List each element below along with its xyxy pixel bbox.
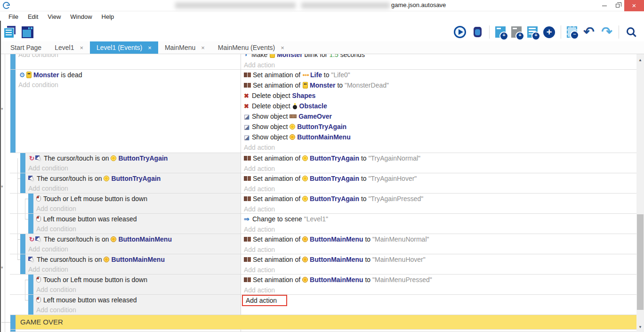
object-name: ButtonMainMenu — [111, 256, 165, 263]
tab-mainmenu[interactable]: MainMenu× — [158, 41, 211, 54]
restore-button[interactable] — [611, 0, 624, 11]
comment-text[interactable]: GAME OVER — [16, 315, 63, 329]
add-action-button[interactable]: Add action — [244, 204, 636, 213]
play-icon[interactable] — [454, 26, 466, 38]
add-condition-button[interactable]: Add condition — [28, 265, 241, 275]
minimize-button[interactable] — [598, 0, 611, 11]
menu-item-file[interactable]: File — [4, 11, 23, 23]
collapse-arrow-icon[interactable]: ▾ — [1, 266, 3, 270]
condition-line[interactable]: Touch or Left mouse button is down — [36, 194, 241, 204]
action-line[interactable]: Set animation of ButtonTryAgain to "TryA… — [244, 173, 636, 184]
action-line[interactable]: ◪Show object ButtonMainMenu — [244, 132, 636, 142]
add-plus-icon[interactable] — [543, 26, 555, 38]
event-row: ↻The cursor/touch is on ButtonTryAgainAd… — [0, 153, 636, 173]
debug-icon[interactable] — [474, 27, 482, 37]
action-line[interactable]: ⇒Change to scene "Level1" — [244, 214, 636, 224]
event-bar[interactable] — [10, 330, 16, 332]
collapse-arrow-icon[interactable]: ▾ — [1, 185, 3, 189]
add-action-button[interactable]: Add action — [244, 285, 636, 294]
add-action-button[interactable]: Add action — [244, 224, 636, 234]
scrollbar-thumb[interactable] — [637, 214, 644, 310]
tab-start-page[interactable]: Start Page — [4, 41, 48, 54]
add-action-button[interactable]: Add action — [244, 163, 636, 173]
project-window-icon[interactable] — [22, 26, 33, 38]
window-title: game.json.autosave — [391, 1, 446, 8]
add-action-button[interactable]: Add action — [244, 184, 636, 193]
add-action-button[interactable]: Add action — [244, 244, 636, 254]
condition-line[interactable]: Left mouse button was released — [36, 214, 241, 224]
search-icon[interactable] — [627, 27, 635, 35]
text-segment: Delete object — [252, 102, 292, 110]
collapse-arrow-icon[interactable]: ▾ — [1, 107, 3, 111]
tab-level1[interactable]: Level1× — [48, 41, 90, 54]
set-animation-icon — [244, 257, 251, 262]
action-line[interactable]: ✖Delete object Shapes — [244, 90, 636, 101]
condition-line[interactable]: ↻The cursor/touch is on ButtonTryAgain — [28, 153, 241, 163]
menu-item-help[interactable]: Help — [97, 11, 119, 23]
add-condition-button[interactable]: Add condition — [28, 184, 241, 194]
tab-mainmenu-events-[interactable]: MainMenu (Events)× — [211, 41, 291, 54]
action-line[interactable]: ◪Show object GameOver — [244, 111, 636, 121]
add-subevent-icon[interactable] — [511, 26, 522, 38]
menu-bar: FileEditViewWindowHelp — [0, 11, 644, 23]
add-condition-button[interactable]: Add condition — [36, 305, 241, 315]
add-condition-label: Add condition — [28, 245, 68, 253]
scene-list-icon[interactable] — [4, 26, 16, 38]
add-condition-button[interactable]: Add condition — [18, 80, 241, 90]
tab-close-icon[interactable]: × — [80, 45, 83, 51]
tab-level1-events-[interactable]: Level1 (Events)× — [90, 41, 158, 54]
condition-line[interactable]: The cursor/touch is on ButtonTryAgain — [28, 173, 241, 184]
add-condition-button[interactable]: Add condition — [36, 204, 241, 214]
menu-item-view[interactable]: View — [43, 11, 65, 23]
condition-line[interactable]: Left mouse button was released — [36, 295, 241, 305]
action-line[interactable]: ◪Show object ButtonTryAgain — [244, 121, 636, 132]
button-orange-icon — [302, 257, 308, 262]
scroll-down-icon[interactable]: ▼ — [636, 325, 644, 329]
add-condition-label: Add condition — [36, 306, 76, 314]
tab-close-icon[interactable]: × — [148, 45, 152, 51]
add-comment-icon[interactable] — [527, 26, 538, 38]
text-segment: 1.5 — [329, 54, 338, 58]
action-line[interactable]: Set animation of ButtonMainMenu to "Main… — [244, 234, 636, 244]
condition-line[interactable]: ⚙Monster is dead — [18, 70, 241, 80]
undo-icon[interactable]: ↶ — [583, 26, 595, 38]
event-bar[interactable] — [10, 315, 16, 329]
add-event-icon[interactable] — [495, 26, 506, 38]
tab-close-icon[interactable]: × — [281, 45, 284, 51]
add-condition-button[interactable]: Add condition — [36, 224, 241, 234]
action-line[interactable]: Set animation of ButtonTryAgain to "TryA… — [244, 153, 636, 163]
action-line[interactable]: Set animation of Monster to "MonsterDead… — [244, 80, 636, 90]
condition-line[interactable]: The cursor/touch is on ButtonMainMenu — [28, 254, 241, 265]
action-line[interactable]: Set animation of ButtonMainMenu to "Main… — [244, 275, 636, 285]
action-line[interactable]: Set animation of ButtonMainMenu to "Main… — [244, 254, 636, 265]
add-action-button[interactable]: Add action — [244, 60, 636, 69]
action-line[interactable]: ✖Delete object Obstacle — [244, 101, 636, 111]
vertical-scrollbar[interactable]: ▲ ▼ — [636, 54, 644, 332]
scroll-up-icon[interactable]: ▲ — [636, 58, 644, 62]
add-condition-button[interactable]: Add condition — [28, 163, 241, 173]
action-line[interactable]: ◑Make Monster blink for 1.5 seconds — [244, 54, 636, 60]
event-row: Touch or Left mouse button is downAdd co… — [0, 194, 636, 214]
add-condition-button[interactable]: Add condition — [18, 54, 241, 60]
close-button[interactable]: × — [624, 0, 644, 11]
conditions-cell: ↻The cursor/touch is on ButtonTryAgainAd… — [0, 153, 241, 173]
add-action-button[interactable]: Add action — [244, 265, 636, 274]
tab-bar: Start PageLevel1×Level1 (Events)×MainMen… — [0, 41, 644, 54]
add-condition-button[interactable]: Add condition — [36, 285, 241, 295]
text-segment: Show object — [252, 123, 290, 130]
add-action-button[interactable]: Add action — [244, 142, 636, 153]
add-action-button-highlighted[interactable]: Add action — [244, 295, 636, 305]
add-condition-button[interactable]: Add condition — [28, 244, 241, 254]
action-line[interactable]: Set animation of Life to "Life0" — [244, 70, 636, 80]
condition-line[interactable]: Touch or Left mouse button is down — [36, 275, 241, 285]
menu-item-edit[interactable]: Edit — [23, 11, 43, 23]
text-segment: "MainMenuPressed" — [372, 276, 432, 283]
condition-line[interactable]: ↻The cursor/touch is on ButtonMainMenu — [28, 234, 241, 244]
text-segment: "TryAgainNormal" — [369, 154, 421, 162]
action-line[interactable]: Set animation of ButtonTryAgain to "TryA… — [244, 194, 636, 204]
tab-label: MainMenu (Events) — [218, 44, 275, 51]
menu-item-window[interactable]: Window — [65, 11, 97, 23]
redo-icon[interactable]: ↷ — [601, 26, 613, 38]
remove-event-icon[interactable] — [567, 26, 577, 38]
tab-close-icon[interactable]: × — [201, 45, 205, 51]
